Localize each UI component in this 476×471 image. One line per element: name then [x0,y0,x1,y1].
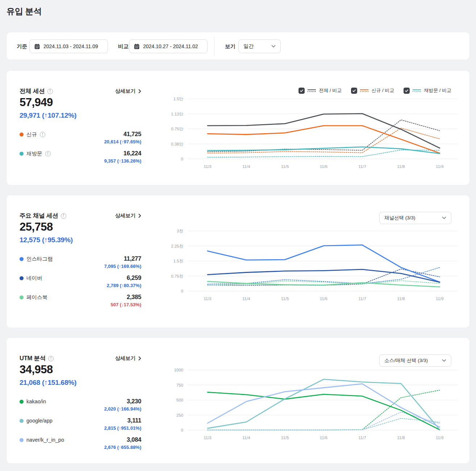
chart-line-google-app-compare [208,419,440,430]
x-axis-tick: 11/3 [204,297,212,301]
series-color-dot [20,152,24,156]
compare-range-label: 비교 [118,32,129,60]
checkbox-checked-icon[interactable] [298,88,305,94]
compare-date-range-value: 2024.10.27 - 2024.11.02 [143,43,198,49]
series-value: 11,277 [104,255,141,262]
x-axis-tick: 11/8 [397,164,405,169]
compare-value: 29,971 (↑107.12%) [20,112,76,119]
chevron-down-icon [271,45,276,48]
series-label: kakao/in [26,399,46,405]
detail-link[interactable]: 상세보기 [115,213,141,219]
x-axis-tick: 11/6 [320,164,328,169]
y-axis-tick: 0.38만 [171,142,183,146]
x-axis-tick: 11/4 [242,164,250,169]
y-axis-tick: 0 [181,428,183,432]
y-axis-tick: 250 [176,413,183,417]
x-axis-tick: 11/7 [358,164,366,169]
series-row: naver/k_r_in_po3,0842,676 (↑655.88%) [20,436,141,451]
utm-analysis-card: UTM 분석 상세보기 34,958 21,068 (↑151.68%) kak… [6,337,470,464]
legend-label: 신규 / 비교 [371,87,394,94]
channel-sessions-select-dropdown[interactable]: 채널선택 (3/3) [379,212,451,224]
card-title: 전체 세션 [20,87,45,95]
x-axis-tick: 11/6 [320,297,328,301]
info-icon[interactable] [61,213,66,219]
series-label: 인스타그램 [26,256,53,262]
info-icon[interactable] [40,132,45,137]
primary-date-range-input[interactable]: 2024.11.03 - 2024.11.09 [29,39,108,53]
x-axis-tick: 11/9 [436,436,444,440]
y-axis-tick: 1.5천 [174,259,184,263]
calendar-icon [134,43,140,50]
legend-item[interactable]: 재방문 / 비교 [404,87,451,94]
utm-chart: 0250500750100011/311/411/511/611/711/811… [166,366,460,442]
detail-link[interactable]: 상세보기 [115,88,141,94]
x-axis-tick: 11/7 [358,297,366,301]
total-value: 57,949 [20,96,53,109]
chart-legend: 전체 / 비교신규 / 비교재방문 / 비교 [298,87,451,94]
series-color-dot [20,419,24,423]
detail-link[interactable]: 상세보기 [115,355,141,362]
series-value: 3,111 [104,417,141,424]
legend-item[interactable]: 전체 / 비교 [298,87,342,94]
calendar-icon [34,43,40,50]
series-row: google/app3,1112,815 (↑951.01%) [20,417,141,432]
series-color-dot [20,295,24,299]
x-axis-tick: 11/3 [204,164,212,169]
series-compare-value: 2,020 (↑166.94%) [104,406,141,412]
legend-line-sample [360,89,368,92]
series-row: 신규41,72520,614 (↑97.65%) [20,131,141,145]
chevron-right-icon [138,214,141,218]
legend-item[interactable]: 신규 / 비교 [351,87,394,94]
y-axis-tick: 500 [176,398,183,402]
chart-line-naver-krinpo-compare [208,412,440,430]
x-axis-tick: 11/5 [281,164,289,169]
y-axis-tick: 2.25천 [171,244,183,248]
series-compare-value: 2,815 (↑951.01%) [104,425,141,431]
series-compare-value: 20,614 (↑97.65%) [104,139,141,144]
info-icon[interactable] [48,356,54,361]
compare-date-range-input[interactable]: 2024.10.27 - 2024.11.02 [129,39,208,53]
filter-bar: 기준 2024.11.03 - 2024.11.09 비교 2024.10.27… [6,32,470,60]
checkbox-checked-icon[interactable] [351,88,357,94]
compare-value: 21,068 (↑151.68%) [20,379,76,387]
series-label: 네이버 [26,275,42,281]
source-medium-select-area: 소스/매체 선택 (3/3) [379,354,451,367]
y-axis-tick: 0.75천 [171,274,183,278]
total-sessions-chart: 00.38만0.75만1.13만1.5만11/311/411/511/611/7… [166,95,460,171]
series-row: 재방문16,2249,357 (↑136.26%) [20,150,141,164]
total-value: 25,758 [20,220,53,234]
series-compare-value: 2,676 (↑655.88%) [104,445,141,450]
chevron-right-icon [138,89,141,93]
legend-label: 전체 / 비교 [319,87,342,94]
series-color-dot [20,438,24,442]
checkbox-checked-icon[interactable] [404,88,410,94]
y-axis-tick: 0 [181,157,183,161]
chart-line-total [208,114,440,148]
primary-range-label: 기준 [17,32,27,60]
series-label: 신규 [26,131,37,138]
chart-line-revisit-compare [208,150,440,157]
x-axis-tick: 11/3 [204,436,212,440]
series-compare-value: 2,789 (↑80.37%) [107,283,141,288]
y-axis-tick: 3천 [177,229,183,233]
series-value: 6,259 [107,274,141,281]
series-color-dot [20,400,24,404]
series-label: naver/k_r_in_po [26,437,64,443]
series-value: 2,385 [110,294,141,300]
x-axis-tick: 11/4 [242,436,250,440]
chevron-down-icon [442,359,446,362]
y-axis-tick: 750 [176,383,183,387]
y-axis-tick: 0.75만 [171,127,183,131]
info-icon[interactable] [45,151,51,156]
x-axis-tick: 11/5 [281,297,289,301]
view-interval-select[interactable]: 일간 [238,39,281,53]
series-color-dot [20,257,24,261]
y-axis-tick: 1.5만 [174,97,184,101]
channel-sessions-card: 주요 채널 세션 상세보기 25,758 12,575 (↑95.39%) 인스… [6,195,470,328]
y-axis-tick: 0 [181,289,183,293]
view-label: 보기 [225,32,235,60]
utm-select-dropdown[interactable]: 소스/매체 선택 (3/3) [379,354,451,367]
series-compare-value: 507 (↓17.53%) [110,302,141,307]
info-icon[interactable] [47,89,53,94]
series-compare-value: 7,095 (↑169.66%) [104,264,141,269]
